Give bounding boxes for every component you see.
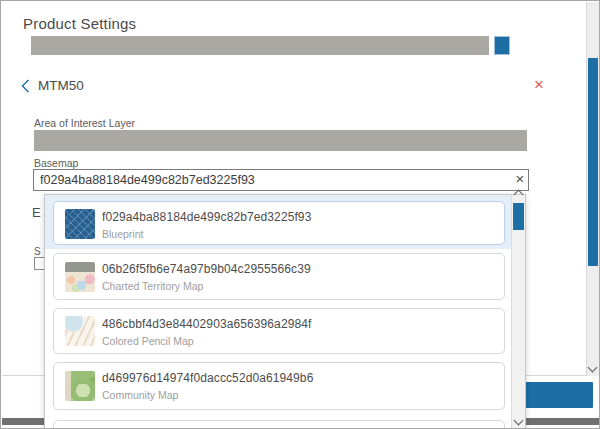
basemap-option-name: Colored Pencil Map <box>102 335 311 347</box>
basemap-option-blueprint[interactable]: f029a4ba88184de499c82b7ed3225f93 Bluepri… <box>53 201 505 245</box>
basemap-dropdown-list: f029a4ba88184de499c82b7ed3225f93 Bluepri… <box>44 194 526 429</box>
basemap-option-partial[interactable] <box>53 420 505 429</box>
clear-input-icon[interactable]: × <box>511 170 529 187</box>
basemap-option-name: Blueprint <box>102 228 311 240</box>
dropdown-scrollbar-track[interactable] <box>511 195 525 429</box>
obscured-field-fragment: E <box>32 205 41 220</box>
basemap-option-id: 486cbbf4d3e84402903a656396a2984f <box>102 317 311 331</box>
charted-territory-map-thumbnail <box>65 262 95 292</box>
close-icon[interactable]: × <box>534 75 544 95</box>
blue-accent-square[interactable] <box>494 36 510 55</box>
obscured-field-fragment: S <box>34 246 41 257</box>
product-name-label[interactable]: MTM50 <box>38 78 84 93</box>
basemap-option-id: f029a4ba88184de499c82b7ed3225f93 <box>102 210 311 224</box>
redacted-field-bar <box>31 36 489 55</box>
product-settings-window: Product Settings MTM50 × Area of Interes… <box>0 0 600 429</box>
community-map-thumbnail <box>65 371 95 401</box>
blueprint-map-thumbnail <box>65 209 95 239</box>
area-of-interest-redacted-select[interactable] <box>34 130 527 151</box>
basemap-option-id: 06b26f5fb6e74a97b9b04c2955566c39 <box>102 262 311 276</box>
area-of-interest-label: Area of Interest Layer <box>34 117 135 129</box>
basemap-option-name: Charted Territory Map <box>102 280 311 292</box>
basemap-option-community[interactable]: d469976d14974f0daccc52d0a61949b6 Communi… <box>53 362 505 410</box>
basemap-label: Basemap <box>34 157 78 169</box>
colored-pencil-map-thumbnail <box>65 316 95 346</box>
dropdown-scrollbar-thumb[interactable] <box>513 203 524 230</box>
basemap-option-id: d469976d14974f0daccc52d0a61949b6 <box>102 371 313 385</box>
back-chevron-icon[interactable] <box>21 79 35 93</box>
basemap-option-charted-territory[interactable]: 06b26f5fb6e74a97b9b04c2955566c39 Charted… <box>53 253 505 300</box>
basemap-option-colored-pencil[interactable]: 486cbbf4d3e84402903a656396a2984f Colored… <box>53 308 505 354</box>
panel-scrollbar-thumb[interactable] <box>588 58 598 266</box>
primary-action-button[interactable] <box>523 382 593 408</box>
basemap-option-name: Community Map <box>102 389 313 401</box>
page-title: Product Settings <box>23 15 136 32</box>
basemap-input[interactable] <box>33 169 529 191</box>
